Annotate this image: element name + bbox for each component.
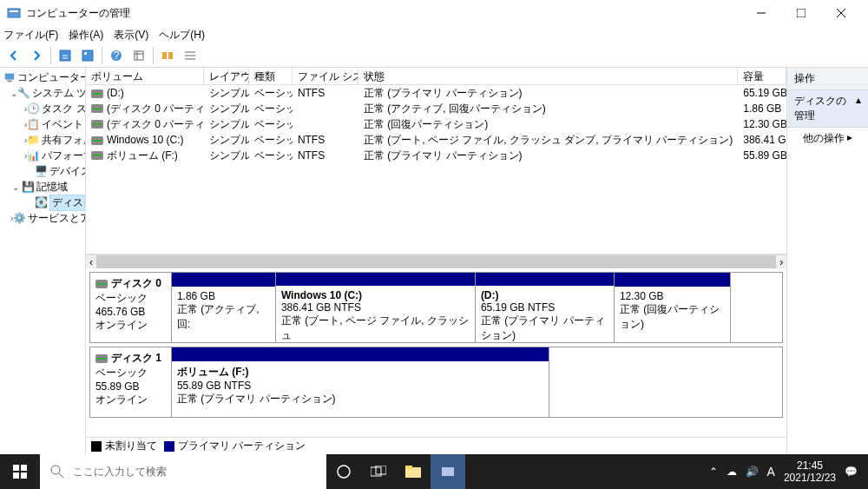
diskmgmt-taskbar-button[interactable] <box>431 454 465 489</box>
menu-view[interactable]: 表示(V) <box>114 28 148 43</box>
volume-row[interactable]: (D:) シンプル ベーシック NTFS 正常 (プライマリ パーティション) … <box>86 85 786 101</box>
folder-icon: 📁 <box>27 133 40 147</box>
tools-icon: 🔧 <box>17 86 30 100</box>
volume-list-header: ボリューム レイアウト 種類 ファイル システム 状態 容量 <box>86 68 786 85</box>
tree-systools[interactable]: ⌄🔧システム ツール <box>2 85 83 101</box>
drive-icon <box>95 280 108 288</box>
legend-unalloc: 未割り当て <box>91 439 157 453</box>
tree-diskmgmt[interactable]: 💽ディスクの管理 <box>2 195 83 210</box>
svg-rect-8 <box>84 52 87 55</box>
cortana-button[interactable] <box>326 454 361 489</box>
svg-rect-1 <box>10 10 18 12</box>
tray-overflow-icon[interactable]: ⌃ <box>709 466 718 478</box>
h-scrollbar[interactable]: ‹› <box>86 254 786 268</box>
search-icon <box>50 465 64 479</box>
legend-primary: プライマリ パーティション <box>164 439 306 453</box>
forward-button[interactable] <box>26 45 47 66</box>
up-button[interactable] <box>55 45 76 66</box>
drive-icon <box>91 151 103 160</box>
col-type[interactable]: 種類 <box>249 68 293 84</box>
tree-services[interactable]: ›⚙️サービスとアプリケーション <box>2 210 83 226</box>
drive-icon <box>91 120 103 129</box>
chevron-right-icon: ▸ <box>847 131 852 146</box>
maximize-button[interactable] <box>781 0 821 26</box>
col-cap[interactable]: 容量 <box>738 68 786 84</box>
actions-other[interactable]: 他の操作▸ <box>787 128 868 149</box>
partition[interactable]: 12.30 GB正常 (回復パーティション) <box>615 273 731 342</box>
svg-line-21 <box>59 473 63 478</box>
event-icon: 📋 <box>27 117 40 131</box>
tree-root[interactable]: コンピューターの管理 (ローカル) <box>2 69 83 85</box>
clock-date: 2021/12/23 <box>784 472 836 484</box>
disk-row: ディスク 0ベーシック465.76 GBオンライン1.86 GB正常 (アクティ… <box>89 272 783 343</box>
search-box[interactable]: ここに入力して検索 <box>40 454 326 489</box>
svg-point-20 <box>51 466 60 474</box>
close-button[interactable] <box>821 0 861 26</box>
svg-rect-27 <box>442 467 454 476</box>
window-title: コンピューターの管理 <box>26 6 741 21</box>
disk-icon: 💽 <box>35 195 48 209</box>
volume-list[interactable]: (D:) シンプル ベーシック NTFS 正常 (プライマリ パーティション) … <box>86 85 786 254</box>
expand-icon[interactable]: ⌄ <box>10 89 17 98</box>
minimize-button[interactable] <box>741 0 781 26</box>
expand-icon[interactable]: ⌄ <box>10 182 21 192</box>
partition[interactable]: (D:)65.19 GB NTFS正常 (プライマリ パーティション) <box>476 273 615 342</box>
col-layout[interactable]: レイアウト <box>204 68 249 84</box>
col-volume[interactable]: ボリューム <box>86 68 204 84</box>
svg-rect-13 <box>168 52 173 59</box>
partition[interactable]: Windows 10 (C:)386.41 GB NTFS正常 (ブート, ペー… <box>276 273 476 342</box>
partition[interactable]: ボリューム (F:)55.89 GB NTFS正常 (プライマリ パーティション… <box>172 347 549 417</box>
volume-row[interactable]: (ディスク 0 パーティション 1) シンプル ベーシック 正常 (アクティブ,… <box>86 101 786 116</box>
menu-file[interactable]: ファイル(F) <box>3 28 58 43</box>
tree-storage[interactable]: ⌄💾記憶域 <box>2 179 83 195</box>
toolbar: ? <box>0 43 868 68</box>
nav-tree[interactable]: コンピューターの管理 (ローカル) ⌄🔧システム ツール ›🕒タスク スケジュー… <box>0 68 86 454</box>
svg-rect-16 <box>13 465 19 471</box>
settings-button[interactable] <box>157 45 178 66</box>
col-status[interactable]: 状態 <box>358 68 738 84</box>
tray-onedrive-icon[interactable]: ☁ <box>727 466 737 478</box>
explorer-button[interactable] <box>396 454 431 489</box>
menu-action[interactable]: 操作(A) <box>69 28 103 43</box>
disk-info[interactable]: ディスク 0ベーシック465.76 GBオンライン <box>90 273 172 342</box>
svg-rect-26 <box>405 466 412 469</box>
taskview-button[interactable] <box>361 454 396 489</box>
svg-rect-17 <box>21 465 27 471</box>
svg-point-22 <box>338 466 350 478</box>
actions-disk[interactable]: ディスクの管理▴ <box>787 90 868 128</box>
help-button[interactable]: ? <box>106 45 127 66</box>
services-icon: ⚙️ <box>13 211 26 225</box>
partition[interactable]: 1.86 GB正常 (アクティブ, 回: <box>172 273 276 342</box>
app-icon <box>7 6 21 20</box>
tree-eventvwr[interactable]: ›📋イベント ビューアー <box>2 116 83 132</box>
tray-ime[interactable]: A <box>767 465 775 479</box>
svg-text:?: ? <box>114 50 120 62</box>
legend: 未割り当て プライマリ パーティション <box>86 437 786 454</box>
svg-rect-3 <box>797 9 806 17</box>
col-fs[interactable]: ファイル システム <box>293 68 358 84</box>
tray-volume-icon[interactable]: 🔊 <box>746 466 759 478</box>
start-button[interactable] <box>0 454 40 489</box>
search-placeholder: ここに入力して検索 <box>73 465 167 479</box>
main-panel: ボリューム レイアウト 種類 ファイル システム 状態 容量 (D:) シンプル… <box>86 68 787 454</box>
volume-row[interactable]: (ディスク 0 パーティション 4) シンプル ベーシック 正常 (回復パーティ… <box>86 116 786 132</box>
disk-info[interactable]: ディスク 1ベーシック55.89 GBオンライン <box>90 347 172 417</box>
tree-perf[interactable]: ›📊パフォーマンス <box>2 148 83 163</box>
back-button[interactable] <box>3 45 24 66</box>
list-button[interactable] <box>180 45 201 66</box>
actions-header: 操作 <box>787 68 868 90</box>
volume-row[interactable]: ボリューム (F:) シンプル ベーシック NTFS 正常 (プライマリ パーテ… <box>86 148 786 163</box>
refresh-button[interactable] <box>128 45 149 66</box>
clock[interactable]: 21:45 2021/12/23 <box>784 459 836 485</box>
tree-devmgr[interactable]: 🖥️デバイス マネージャー <box>2 163 83 179</box>
menu-help[interactable]: ヘルプ(H) <box>159 28 205 43</box>
svg-rect-15 <box>7 81 11 83</box>
volume-row[interactable]: Windows 10 (C:) シンプル ベーシック NTFS 正常 (ブート,… <box>86 132 786 148</box>
svg-rect-0 <box>8 9 20 17</box>
notifications-icon[interactable]: 💬 <box>845 466 858 478</box>
tree-tasksched[interactable]: ›🕒タスク スケジューラ <box>2 101 83 116</box>
properties-button[interactable] <box>77 45 98 66</box>
tree-shared[interactable]: ›📁共有フォルダー <box>2 132 83 148</box>
svg-rect-7 <box>82 50 93 61</box>
computer-icon <box>3 70 16 84</box>
